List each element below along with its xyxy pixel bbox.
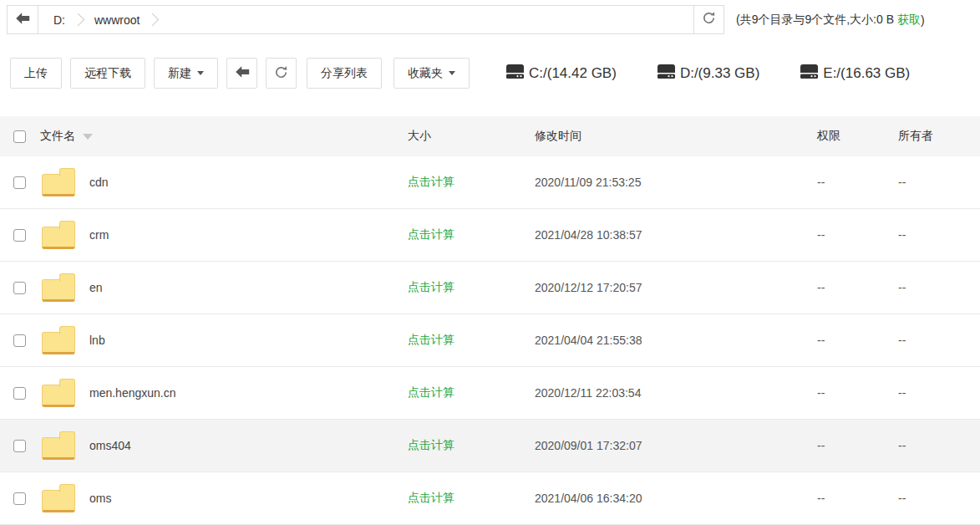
permission-value: -- xyxy=(817,228,898,242)
breadcrumb-bar: D: wwwroot xyxy=(7,5,724,34)
disk-list: C:/(14.42 GB) D:/(9.33 GB) xyxy=(506,64,951,83)
favorites-dropdown-button[interactable]: 收藏夹 xyxy=(394,58,470,89)
folder-icon xyxy=(42,332,75,354)
column-header-size: 大小 xyxy=(408,129,535,144)
file-name[interactable]: lnb xyxy=(89,334,105,347)
summary-text: (共9个目录与9个文件,大小:0 B xyxy=(736,13,894,28)
disk-label: C:/(14.42 GB) xyxy=(529,65,617,82)
summary-suffix: ) xyxy=(921,13,925,27)
directory-summary: (共9个目录与9个文件,大小:0 B 获取 ) xyxy=(736,5,925,34)
calc-size-link[interactable]: 点击计算 xyxy=(408,280,454,293)
toolbar: 上传 远程下载 新建 分享列表 收藏夹 xyxy=(10,58,980,89)
modified-time: 2020/12/11 22:03:54 xyxy=(535,386,817,400)
new-label: 新建 xyxy=(168,66,191,81)
path-refresh-button[interactable] xyxy=(693,6,724,33)
share-list-button[interactable]: 分享列表 xyxy=(307,58,382,89)
file-name[interactable]: men.hengxun.cn xyxy=(89,386,176,400)
table-row[interactable]: cdn 点击计算 2020/11/09 21:53:25 -- -- xyxy=(0,156,980,209)
owner-value: -- xyxy=(898,439,980,452)
row-checkbox[interactable] xyxy=(13,229,26,242)
permission-value: -- xyxy=(817,281,898,294)
owner-value: -- xyxy=(898,334,980,347)
calc-size-link[interactable]: 点击计算 xyxy=(408,333,454,346)
file-name[interactable]: crm xyxy=(89,228,109,242)
new-dropdown-button[interactable]: 新建 xyxy=(154,58,218,89)
sort-down-icon xyxy=(83,134,93,140)
row-checkbox[interactable] xyxy=(13,387,26,400)
owner-value: -- xyxy=(898,386,980,400)
file-name[interactable]: en xyxy=(89,281,103,294)
back-arrow-icon xyxy=(15,12,30,28)
calc-size-link[interactable]: 点击计算 xyxy=(408,385,454,399)
refresh-icon xyxy=(702,11,716,28)
table-row[interactable]: oms 点击计算 2021/04/06 16:34:20 -- -- xyxy=(0,472,980,525)
row-checkbox[interactable] xyxy=(13,282,26,294)
remote-download-button[interactable]: 远程下载 xyxy=(70,58,145,89)
select-all-checkbox[interactable] xyxy=(13,130,26,143)
owner-value: -- xyxy=(898,492,980,505)
upload-button[interactable]: 上传 xyxy=(10,58,62,89)
file-table: 文件名 大小 修改时间 权限 所有者 cdn 点击计算 2020/11/09 2… xyxy=(0,116,980,525)
back-arrow-icon xyxy=(235,65,250,81)
back-button[interactable] xyxy=(8,6,38,33)
table-row[interactable]: oms404 点击计算 2020/09/01 17:32:07 -- -- xyxy=(0,420,980,472)
permission-value: -- xyxy=(817,386,898,400)
calc-size-link[interactable]: 点击计算 xyxy=(408,227,454,241)
table-row[interactable]: lnb 点击计算 2021/04/04 21:55:38 -- -- xyxy=(0,314,980,367)
column-header-name-label: 文件名 xyxy=(40,129,75,144)
chevron-right-icon xyxy=(146,13,160,27)
back-button-toolbar[interactable] xyxy=(226,58,257,89)
disk-item-d[interactable]: D:/(9.33 GB) xyxy=(658,64,759,83)
folder-icon xyxy=(42,437,75,460)
file-name[interactable]: cdn xyxy=(89,176,109,189)
column-header-owner: 所有者 xyxy=(898,129,980,144)
refresh-button-toolbar[interactable] xyxy=(266,58,297,89)
file-name[interactable]: oms404 xyxy=(89,439,131,452)
folder-icon xyxy=(42,490,75,512)
column-header-name[interactable]: 文件名 xyxy=(40,129,408,144)
hdd-icon xyxy=(658,64,680,83)
owner-value: -- xyxy=(898,176,980,189)
permission-value: -- xyxy=(817,439,898,452)
caret-down-icon xyxy=(449,71,455,75)
hdd-icon xyxy=(506,64,529,83)
favorites-label: 收藏夹 xyxy=(408,66,443,81)
row-checkbox[interactable] xyxy=(13,440,26,452)
breadcrumb-item-folder[interactable]: wwwroot xyxy=(91,13,143,27)
table-row[interactable]: crm 点击计算 2021/04/28 10:38:57 -- -- xyxy=(0,209,980,262)
table-row[interactable]: en 点击计算 2020/12/12 17:20:57 -- -- xyxy=(0,262,980,314)
file-manager-page: { "colors": { "accent_green": "#20a53a",… xyxy=(0,0,980,525)
modified-time: 2021/04/28 10:38:57 xyxy=(535,228,817,242)
folder-icon xyxy=(42,279,75,302)
row-checkbox[interactable] xyxy=(13,334,26,347)
chevron-right-icon xyxy=(72,13,85,27)
column-header-modified: 修改时间 xyxy=(535,129,817,144)
column-header-permission: 权限 xyxy=(817,129,898,144)
modified-time: 2020/11/09 21:53:25 xyxy=(535,176,817,189)
breadcrumb: D: wwwroot xyxy=(38,6,693,33)
folder-icon xyxy=(42,174,75,196)
breadcrumb-item-drive[interactable]: D: xyxy=(50,13,69,27)
owner-value: -- xyxy=(898,281,980,294)
owner-value: -- xyxy=(898,228,980,242)
disk-item-e[interactable]: E:/(16.63 GB) xyxy=(800,64,910,83)
get-size-link[interactable]: 获取 xyxy=(897,13,921,28)
disk-label: E:/(16.63 GB) xyxy=(823,65,910,82)
table-row[interactable]: men.hengxun.cn 点击计算 2020/12/11 22:03:54 … xyxy=(0,367,980,420)
file-name[interactable]: oms xyxy=(89,492,111,505)
table-header: 文件名 大小 修改时间 权限 所有者 xyxy=(0,116,980,156)
modified-time: 2021/04/06 16:34:20 xyxy=(535,492,817,505)
modified-time: 2021/04/04 21:55:38 xyxy=(535,334,817,347)
permission-value: -- xyxy=(817,334,898,347)
calc-size-link[interactable]: 点击计算 xyxy=(408,491,454,504)
disk-item-c[interactable]: C:/(14.42 GB) xyxy=(506,64,617,83)
row-checkbox[interactable] xyxy=(13,176,26,189)
folder-icon xyxy=(42,385,75,407)
calc-size-link[interactable]: 点击计算 xyxy=(408,175,454,188)
calc-size-link[interactable]: 点击计算 xyxy=(408,438,454,451)
row-checkbox[interactable] xyxy=(13,492,26,505)
modified-time: 2020/09/01 17:32:07 xyxy=(535,439,817,452)
disk-label: D:/(9.33 GB) xyxy=(680,65,759,82)
modified-time: 2020/12/12 17:20:57 xyxy=(535,281,817,294)
refresh-icon xyxy=(274,65,288,82)
